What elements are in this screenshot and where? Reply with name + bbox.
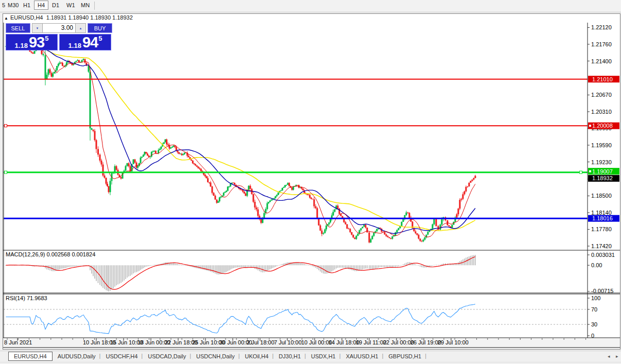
svg-text:1.18932: 1.18932 (592, 175, 613, 181)
svg-text:1.17780: 1.17780 (591, 226, 612, 232)
tf-button-w1[interactable]: W1 (66, 2, 75, 8)
svg-text:1.21400: 1.21400 (591, 58, 612, 64)
volume-decrease-button[interactable]: ▼ (32, 23, 43, 33)
tf-button-m5-partial[interactable]: 5 (2, 2, 5, 8)
macd-signal-line (6, 257, 475, 290)
time-label: 8 Jun 2021 (4, 339, 32, 345)
rsi (6, 304, 475, 334)
svg-text:1.18140: 1.18140 (591, 210, 612, 216)
collapse-arrow-icon[interactable]: ▲ (4, 16, 8, 21)
one-click-trading-panel: SELL ▼ 3.00 ▲ BUY 1.18935 1.18945 (6, 23, 113, 50)
tab-dj30-h1[interactable]: DJ30,H1 (275, 352, 304, 360)
status-strip (0, 362, 621, 364)
tab-gbpusd-h1[interactable]: GBPUSD,H1 (385, 352, 425, 360)
time-label: 2 Jul 18:00 (247, 339, 274, 345)
axis-price-tag-1.21010: 1.21010 (588, 76, 619, 82)
svg-text:1.20310: 1.20310 (591, 109, 612, 115)
chart-ohlc-values: 1.18931 1.18940 1.18930 1.18932 (46, 14, 133, 21)
tab-ukoil-h4[interactable]: UKOil,H4 (242, 352, 272, 360)
rsi-line (6, 304, 475, 334)
axis-price-tag-1.18932: 1.18932 (588, 175, 619, 182)
svg-text:30: 30 (591, 321, 597, 327)
indicator-axes: 0.0030310.00-0.0071510070300 (588, 252, 615, 339)
svg-text:0.00: 0.00 (591, 262, 602, 268)
rsi-levels (4, 309, 588, 324)
toolbar-separator (94, 2, 95, 10)
tab-usdchf-h4[interactable]: USDCHF,H4 (102, 352, 142, 360)
sell-button[interactable]: SELL (6, 23, 30, 33)
axis-price-tag-1.20008: 1.20008 (588, 123, 619, 129)
tab-audusd-daily[interactable]: AUDUSD,Daily (54, 352, 99, 360)
svg-text:1.18500: 1.18500 (591, 193, 612, 199)
svg-text:1.22120: 1.22120 (591, 24, 612, 30)
svg-text:-0.00715: -0.00715 (591, 288, 613, 294)
volume-increase-button[interactable]: ▲ (75, 23, 86, 33)
tf-button-h4[interactable]: H4 (34, 1, 48, 10)
tab-usdcnh-daily[interactable]: USDCNH,Daily (193, 352, 238, 360)
svg-text:100: 100 (591, 295, 600, 301)
buy-price-big: 94 (82, 36, 98, 49)
volume-input[interactable]: 3.00 (43, 23, 75, 33)
svg-text:1.20008: 1.20008 (592, 123, 613, 129)
timeframe-toolbar: 5 M30 H1 H4 D1 W1 MN (0, 0, 621, 12)
svg-text:0.003031: 0.003031 (591, 252, 615, 258)
time-label: 10 Jul 00:00 (301, 339, 332, 345)
mt4-terminal: 5 M30 H1 H4 D1 W1 MN ▲EURUSD,H4 1.18931 … (0, 0, 621, 364)
time-label: 22 Jul 00:00 (383, 339, 414, 345)
time-label: 19 Jul 11:00 (356, 339, 386, 345)
rsi-label: RSI(14) 71.9683 (6, 295, 47, 301)
buy-price-pip: 5 (98, 34, 102, 42)
tab-usdx-h1[interactable]: USDX,H1 (307, 352, 339, 360)
sell-price-prefix: 1.18 (15, 42, 28, 49)
chart-symbol-period: EURUSD,H4 (10, 14, 43, 21)
axis-price-tag-1.19007: 1.19007 (588, 168, 619, 175)
time-label: 14 Jul 18:00 (329, 339, 359, 345)
svg-text:1.18016: 1.18016 (592, 215, 613, 221)
time-label: 29 Jul 10:00 (438, 339, 469, 345)
axis-price-tag-1.18016: 1.18016 (588, 215, 619, 222)
svg-text:1.19007: 1.19007 (592, 168, 613, 175)
svg-text:1.19590: 1.19590 (591, 142, 612, 148)
svg-text:1.21010: 1.21010 (592, 76, 613, 82)
chart-tabbar: EURUSD,H4 AUDUSD,Daily| USDCHF,H4| USDCA… (0, 351, 621, 362)
tab-usdcad-daily[interactable]: USDCAD,Daily (144, 352, 189, 360)
tf-button-d1[interactable]: D1 (52, 2, 59, 8)
tf-button-m30[interactable]: M30 (8, 2, 19, 8)
ma-fast-line (6, 44, 475, 237)
rsi-title: RSI(14) 71.9683 (6, 295, 47, 301)
svg-text:1.17420: 1.17420 (591, 243, 612, 249)
sell-price-big: 93 (29, 36, 44, 49)
tf-button-mn[interactable]: MN (81, 2, 90, 8)
svg-text:1.21760: 1.21760 (591, 41, 612, 47)
time-label: 26 Jul 19:00 (410, 339, 441, 345)
tabs-scroll-right-icon[interactable]: ▸ (616, 354, 618, 359)
svg-text:1.20670: 1.20670 (591, 92, 612, 98)
moving-averages (6, 44, 475, 237)
candles (5, 43, 476, 244)
svg-text:1.19230: 1.19230 (591, 159, 612, 165)
ma-mid-line (6, 44, 475, 233)
buy-button[interactable]: BUY (88, 23, 112, 33)
macd-label: MACD(12,26,9) 0.002568 0.001824 (6, 251, 95, 257)
svg-text:70: 70 (591, 306, 597, 313)
macd-signal (6, 257, 475, 290)
tf-button-h1[interactable]: H1 (23, 2, 30, 8)
buy-price-button[interactable]: 1.18945 (59, 34, 111, 50)
macd-title: MACD(12,26,9) 0.002568 0.001824 (6, 251, 95, 257)
ma-slow-line (6, 44, 475, 231)
chart-title: ▲EURUSD,H4 1.18931 1.18940 1.18930 1.189… (3, 14, 585, 22)
tabs-scroll-left-icon[interactable]: ◂ (608, 354, 610, 359)
hline-1.20008[interactable] (4, 125, 588, 127)
price-chart[interactable]: 1.221201.217601.214001.206701.203101.199… (3, 23, 620, 349)
tab-eurusd-h4[interactable]: EURUSD,H4 (8, 352, 53, 361)
sell-price-pip: 5 (45, 34, 48, 42)
svg-text:0: 0 (591, 333, 594, 339)
buy-price-prefix: 1.18 (68, 42, 81, 49)
panel-borders (3, 23, 620, 348)
macd-histogram (5, 255, 476, 291)
hline-1.19007[interactable] (4, 171, 588, 174)
tab-xauusd-h1[interactable]: XAUUSD,H1 (342, 352, 382, 360)
time-label: 7 Jul 10:00 (274, 339, 302, 345)
sell-price-button[interactable]: 1.18935 (6, 34, 58, 50)
